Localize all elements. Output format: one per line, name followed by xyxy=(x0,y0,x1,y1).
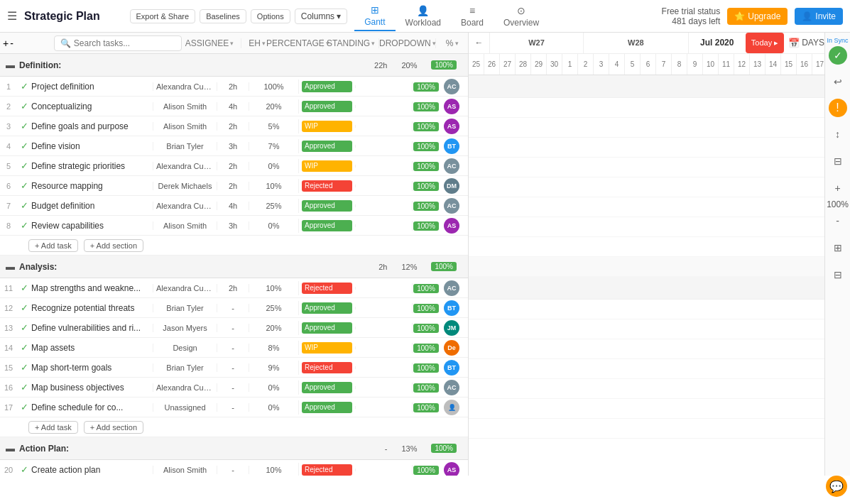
gantt-week-27: W27 xyxy=(490,33,584,53)
standing-bar: Approved xyxy=(302,302,352,314)
search-input[interactable] xyxy=(74,38,173,48)
section-eh-analysis: 2h xyxy=(378,263,387,271)
section-pct-definition: 20% xyxy=(401,61,417,70)
gantt-day: 7 xyxy=(656,54,672,75)
col-header-percentage[interactable]: PERCENTAGE ▾ xyxy=(273,38,323,48)
zoom-level: 100% xyxy=(827,199,849,209)
copy-icon[interactable]: ⊟ xyxy=(828,151,848,171)
section-pct-action-plan: 13% xyxy=(401,444,417,453)
standing-bar: Approved xyxy=(302,200,352,212)
gantt-day: 3 xyxy=(594,54,609,75)
table-row: 7 ✓ Budget definition Alexandra Cuart...… xyxy=(0,196,468,216)
notification-button[interactable]: ! xyxy=(829,99,847,117)
gantt-header: ← W27 W28 Jul 2020 Today ▸ 📅 DAYS 25 26 … xyxy=(469,33,824,75)
gantt-day: 4 xyxy=(609,54,625,75)
section-badge-definition: 100% xyxy=(431,60,457,70)
section-collapse-analysis[interactable]: ▬ xyxy=(6,261,15,272)
details-icon[interactable]: ⊟ xyxy=(828,265,848,285)
gantt-day: 14 xyxy=(765,54,781,75)
add-task-button-analysis[interactable]: + Add task xyxy=(28,421,78,434)
right-sidebar: In Sync ✓ ↩ ! ↕ ⊟ + 100% - ⊞ ⊟ 💬 xyxy=(824,33,850,476)
avatar: BT xyxy=(444,300,459,316)
avatar: JM xyxy=(444,320,459,336)
gantt-task-row xyxy=(469,138,824,158)
col-header-assignee[interactable]: ASSIGNEE ▾ xyxy=(178,38,241,48)
table-row: 3 ✓ Define goals and purpose Alison Smit… xyxy=(0,116,468,136)
avatar: AS xyxy=(444,119,459,134)
tab-gantt[interactable]: ⊞ Gantt xyxy=(354,1,395,31)
columns-button[interactable]: Columns ▾ xyxy=(295,9,347,24)
gantt-section-row xyxy=(469,75,824,98)
check-icon: ✓ xyxy=(21,322,28,333)
gantt-day: 6 xyxy=(641,54,656,75)
add-task-button-definition[interactable]: + Add task xyxy=(28,239,78,252)
baselines-button[interactable]: Baselines xyxy=(200,9,246,23)
undo-icon[interactable]: ↩ xyxy=(828,72,848,92)
sync-label: In Sync xyxy=(827,37,848,45)
main-area: + - 🔍 ASSIGNEE ▾ EH ▾ PERCENTAGE ▾ STAND… xyxy=(0,33,850,476)
standing-bar: WIP xyxy=(302,342,352,354)
table-row: 8 ✓ Review capabilities Alison Smith 3h … xyxy=(0,216,468,236)
gantt-task-row xyxy=(469,217,824,237)
check-icon: ✓ xyxy=(21,101,28,111)
table-row: 20 ✓ Create action plan Alison Smith - 1… xyxy=(0,460,468,476)
gantt-panel: ← W27 W28 Jul 2020 Today ▸ 📅 DAYS 25 26 … xyxy=(469,33,824,476)
section-collapse-definition[interactable]: ▬ xyxy=(6,60,15,70)
avatar: BT xyxy=(444,360,459,376)
arrows-icon[interactable]: ↕ xyxy=(828,124,848,144)
gantt-task-row xyxy=(469,300,824,319)
workload-icon: 👤 xyxy=(417,5,429,16)
add-column-control[interactable]: + - xyxy=(0,38,26,49)
gantt-day-row: 25 26 27 28 29 30 1 2 3 4 5 6 7 8 9 10 1… xyxy=(469,54,824,75)
tab-board[interactable]: ≡ Board xyxy=(451,2,494,31)
menu-icon[interactable]: ☰ xyxy=(7,9,17,23)
invite-button[interactable]: 👤 Invite xyxy=(795,8,843,25)
gantt-task-row xyxy=(469,98,824,118)
export-share-button[interactable]: Export & Share xyxy=(130,9,196,23)
check-icon: ✓ xyxy=(21,220,28,231)
sync-check-button[interactable]: ✓ xyxy=(829,46,847,65)
upgrade-button[interactable]: ⭐ Upgrade xyxy=(727,8,788,25)
gantt-prev-button[interactable]: ← xyxy=(469,33,490,53)
gantt-week-row: ← W27 W28 Jul 2020 Today ▸ 📅 DAYS xyxy=(469,33,824,54)
avatar: DM xyxy=(444,178,459,194)
gantt-day: 13 xyxy=(750,54,765,75)
standing-bar: WIP xyxy=(302,160,352,172)
tab-overview[interactable]: ⊙ Overview xyxy=(494,2,549,31)
gantt-task-row xyxy=(469,359,824,379)
section-analysis: ▬ Analysis: 2h 12% 100% xyxy=(0,256,468,278)
standing-bar: Approved xyxy=(302,382,352,393)
col-header-standing[interactable]: STANDING ▾ xyxy=(323,38,379,48)
check-icon: ✓ xyxy=(21,121,28,131)
table-row: 17 ✓ Define schedule for co... Unassigne… xyxy=(0,398,468,417)
gantt-task-row xyxy=(469,158,824,177)
col-header-task: 🔍 xyxy=(26,35,178,51)
gantt-day: 11 xyxy=(719,54,734,75)
section-collapse-action-plan[interactable]: ▬ xyxy=(6,443,15,454)
gantt-task-row xyxy=(469,339,824,359)
standing-bar: Rejected xyxy=(302,180,352,192)
gantt-task-row xyxy=(469,319,824,339)
options-button[interactable]: Options xyxy=(251,9,290,23)
zoom-in-button[interactable]: + xyxy=(827,178,847,198)
section-eh-action-plan: - xyxy=(385,444,388,453)
gantt-month-label: Jul 2020 xyxy=(689,33,746,53)
map-icon[interactable]: ⊞ xyxy=(828,238,848,258)
zoom-out-button[interactable]: - xyxy=(827,211,847,231)
add-section-button-definition[interactable]: + Add section xyxy=(84,239,143,252)
gantt-day: 9 xyxy=(687,54,703,75)
check-icon: ✓ xyxy=(21,180,28,191)
gantt-body xyxy=(469,75,824,439)
gantt-day: 29 xyxy=(531,54,547,75)
check-icon: ✓ xyxy=(21,342,28,353)
gantt-day: 10 xyxy=(703,54,719,75)
tab-workload[interactable]: 👤 Workload xyxy=(396,2,451,31)
table-row: 6 ✓ Resource mapping Derek Michaels 2h 1… xyxy=(0,176,468,196)
check-icon: ✓ xyxy=(21,464,28,475)
avatar: AC xyxy=(444,380,459,395)
today-button[interactable]: Today ▸ xyxy=(746,33,784,53)
add-section-button-analysis[interactable]: + Add section xyxy=(84,421,143,434)
gantt-task-row xyxy=(469,419,824,439)
col-header-dropdown[interactable]: DROPDOWN ▾ xyxy=(379,38,436,48)
col-header-pct2[interactable]: % ▾ xyxy=(436,38,468,48)
